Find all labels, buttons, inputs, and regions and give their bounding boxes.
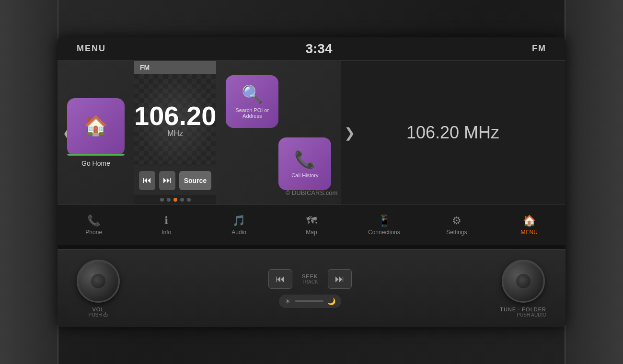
fm-right-frequency: 106.20 MHz (406, 123, 499, 143)
preset-dot-3[interactable] (173, 198, 177, 202)
nav-audio[interactable]: 🎵 Audio (203, 211, 275, 239)
connections-nav-icon: 📱 (378, 215, 391, 227)
nav-phone[interactable]: 📞 Phone (58, 211, 130, 239)
source-button[interactable]: Source (179, 171, 212, 190)
menu-title: MENU (77, 44, 106, 54)
preset-dot-5[interactable] (187, 198, 191, 202)
tune-knob[interactable] (502, 260, 545, 303)
nav-menu[interactable]: 🏠 MENU (493, 211, 565, 239)
fastforward-button[interactable]: ⏭ (159, 171, 175, 190)
menu-nav-icon: 🏠 (523, 215, 536, 227)
top-bar: MENU 3:34 FM (58, 37, 565, 61)
tune-label-group: TUNE · FOLDER PUSH AUDIO (500, 307, 546, 318)
right-panel: 🔍 Search POI or Address 📞 Call History ❯ (216, 61, 341, 205)
screen-right: 106.20 MHz (340, 61, 565, 205)
infotainment-unit: MENU 3:34 FM ❮ 🏠 Go Home (58, 37, 565, 327)
call-history-button[interactable]: 📞 Call History (278, 137, 331, 190)
nav-map-label: Map (306, 229, 317, 236)
phone-call-icon: 📞 (294, 149, 316, 170)
vol-label-group: VOL PUSH ⏻ (89, 307, 108, 318)
screen-left: ❮ 🏠 Go Home FM 106.20 MHz (58, 61, 340, 205)
nav-audio-label: Audio (231, 229, 246, 236)
preset-dots (134, 195, 216, 205)
screen-section: ❮ 🏠 Go Home FM 106.20 MHz (58, 61, 565, 205)
clock-display: 3:34 (305, 41, 332, 57)
fm-frequency-value: 106.20 (134, 102, 216, 129)
left-panel: ❮ 🏠 Go Home (58, 61, 134, 205)
nav-settings-label: Settings (446, 229, 467, 236)
brightness-sun-icon: ☀ (285, 297, 291, 305)
seek-label: SEEK (302, 273, 318, 279)
preset-dot-1[interactable] (160, 198, 164, 202)
search-poi-button[interactable]: 🔍 Search POI or Address (226, 75, 278, 128)
nav-info-label: Info (162, 229, 171, 236)
nav-connections-label: Connections (368, 229, 400, 236)
seek-forward-button[interactable]: ⏭ (328, 269, 352, 289)
vol-sublabel: PUSH ⏻ (89, 312, 108, 318)
settings-nav-icon: ⚙ (452, 215, 461, 227)
fm-frequency-display: 106.20 MHz (134, 74, 216, 166)
main-content: ❮ 🏠 Go Home FM 106.20 MHz (58, 61, 340, 205)
nav-map[interactable]: 🗺 Map (275, 211, 347, 239)
call-history-label: Call History (291, 172, 318, 178)
go-home-label: Go Home (81, 159, 110, 167)
screen: MENU 3:34 FM ❮ 🏠 Go Home (58, 37, 565, 245)
nav-menu-label: MENU (521, 229, 538, 236)
physical-controls: VOL PUSH ⏻ ⏮ SEEK TRACK ⏭ ☀ 🌙 (58, 249, 565, 327)
preset-dot-4[interactable] (180, 198, 184, 202)
fm-radio-panel: FM 106.20 MHz ⏮ ⏭ Source (134, 61, 216, 205)
tune-sublabel: PUSH AUDIO (500, 312, 546, 318)
brightness-moon-icon: 🌙 (327, 297, 335, 305)
fm-unit-label: MHz (167, 129, 183, 138)
source-display: FM (532, 44, 546, 54)
vol-label: VOL (89, 307, 108, 312)
phone-nav-icon: 📞 (87, 215, 100, 227)
info-nav-icon: ℹ (164, 215, 168, 227)
nav-settings[interactable]: ⚙ Settings (420, 211, 493, 239)
right-arrow[interactable]: ❯ (344, 125, 355, 140)
brightness-slider[interactable] (295, 300, 323, 302)
rewind-button[interactable]: ⏮ (139, 171, 155, 190)
tune-knob-group: TUNE · FOLDER PUSH AUDIO (500, 260, 546, 318)
nav-bar: 📞 Phone ℹ Info 🎵 Audio 🗺 Map 📱 Con (58, 205, 565, 245)
tune-label: TUNE · FOLDER (500, 307, 546, 312)
nav-info[interactable]: ℹ Info (130, 211, 202, 239)
audio-nav-icon: 🎵 (232, 215, 245, 227)
brightness-control[interactable]: ☀ 🌙 (279, 295, 341, 308)
search-icon: 🔍 (242, 84, 263, 104)
vol-knob-group: VOL PUSH ⏻ (77, 260, 120, 318)
center-controls: ⏮ SEEK TRACK ⏭ ☀ 🌙 (268, 269, 352, 308)
fm-controls: ⏮ ⏭ Source (134, 166, 216, 195)
search-poi-label: Search POI or Address (226, 107, 278, 119)
preset-dot-2[interactable] (167, 198, 171, 202)
track-label: TRACK (302, 279, 318, 284)
map-nav-icon: 🗺 (306, 215, 317, 227)
nav-phone-label: Phone (85, 229, 102, 236)
nav-connections[interactable]: 📱 Connections (348, 211, 420, 239)
screen-bezel (58, 245, 565, 249)
fm-band-header: FM (134, 61, 216, 74)
car-frame: MENU 3:34 FM ❮ 🏠 Go Home (0, 0, 623, 364)
seek-controls: ⏮ SEEK TRACK ⏭ (268, 269, 352, 289)
go-home-button[interactable]: 🏠 (67, 98, 125, 156)
home-icon: 🏠 (84, 114, 108, 137)
seek-back-button[interactable]: ⏮ (268, 269, 292, 289)
volume-knob[interactable] (77, 260, 120, 303)
seek-label-group: SEEK TRACK (302, 273, 318, 284)
